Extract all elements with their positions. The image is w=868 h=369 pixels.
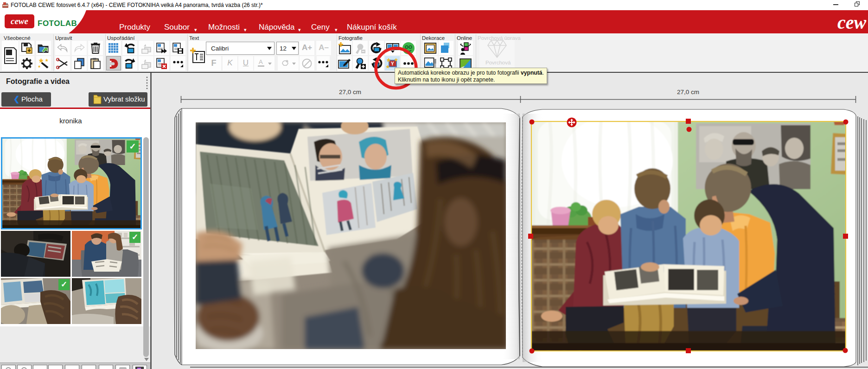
svg-text:27,0 cm: 27,0 cm (677, 89, 699, 95)
svg-text:A: A (259, 58, 263, 65)
svg-text:cew: cew (837, 12, 867, 33)
svg-text:27,0 cm: 27,0 cm (339, 89, 361, 95)
svg-text:Y: Y (391, 61, 394, 66)
svg-text:cewe: cewe (11, 16, 29, 26)
